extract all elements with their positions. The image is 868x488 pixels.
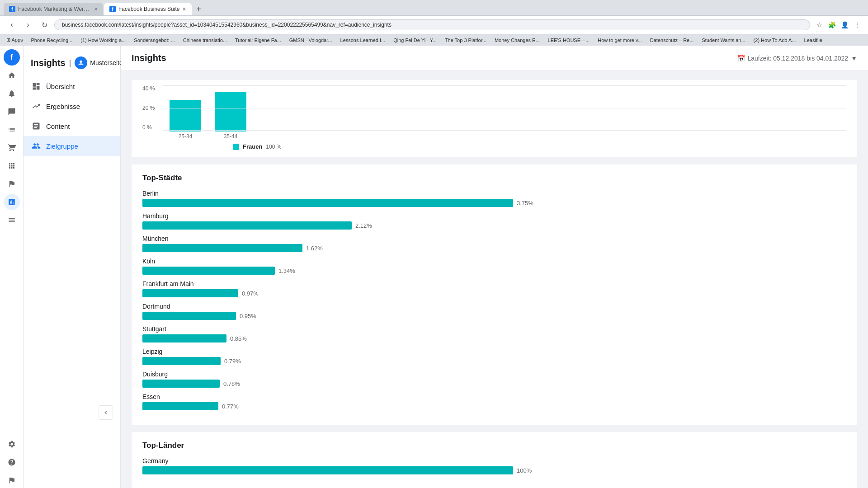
extension-icon[interactable]: 🧩	[826, 19, 837, 30]
tab-close-1[interactable]: ×	[94, 5, 98, 13]
bookmark-8[interactable]: Qing Fei De Yi - Y...	[391, 37, 439, 44]
city-row: Frankfurt am Main 0.97%	[142, 280, 846, 297]
menu-dots-icon[interactable]: ⋮	[852, 19, 863, 30]
city-name: Hamburg	[142, 212, 846, 220]
bookmark-11[interactable]: LEE'S HOUSE—...	[545, 37, 593, 44]
browser-actions: ☆ 🧩 👤 ⋮	[814, 19, 863, 30]
city-bar	[142, 402, 218, 410]
city-name: Duisburg	[142, 371, 846, 378]
sidebar-divider: |	[69, 58, 71, 68]
tab-title-1: Facebook Marketing & Werbe...	[18, 6, 91, 12]
city-row: Dortmund 0.95%	[142, 303, 846, 320]
city-bar	[142, 357, 221, 365]
analytics-icon[interactable]	[4, 194, 20, 210]
country-percent: 100%	[517, 467, 532, 474]
grid-icon[interactable]	[4, 158, 20, 174]
url-input[interactable]: business.facebook.com/latest/insights/pe…	[54, 19, 810, 30]
city-row: Stuttgart 0.85%	[142, 325, 846, 343]
tab-close-2[interactable]: ×	[182, 5, 186, 13]
help-icon[interactable]	[4, 454, 20, 470]
bookmark-6[interactable]: GMSN - Vologda:...	[287, 37, 335, 44]
top-cities-title: Top-Städte	[142, 174, 846, 183]
bookmark-9[interactable]: The Top 3 Platfor...	[442, 37, 489, 44]
ergebnisse-icon	[31, 101, 42, 112]
collapse-sidebar-button[interactable]	[99, 405, 113, 420]
report-icon[interactable]	[4, 472, 20, 488]
date-range-arrow-icon: ▼	[851, 55, 857, 62]
calendar-icon: 📅	[737, 55, 745, 62]
city-name: Dortmund	[142, 303, 846, 310]
new-tab-button[interactable]: +	[193, 3, 205, 15]
refresh-button[interactable]: ↻	[38, 19, 51, 31]
city-percent: 2.12%	[355, 222, 372, 229]
y-label-0: 0 %	[142, 124, 163, 131]
city-percent: 1.62%	[306, 245, 323, 252]
city-row: Berlin 3.75%	[142, 190, 846, 207]
city-bar	[142, 289, 238, 297]
content-label: Content	[46, 122, 70, 130]
icon-sidebar-top: f	[4, 49, 20, 228]
tab-2[interactable]: f Facebook Business Suite ×	[104, 3, 192, 15]
notification-icon[interactable]	[4, 85, 20, 102]
city-bar	[142, 221, 352, 230]
back-button[interactable]: ‹	[5, 19, 18, 31]
bookmark-5[interactable]: Tutorial: Eigene Fa...	[232, 37, 284, 44]
zielgruppe-label: Zielgruppe	[46, 142, 78, 150]
address-bar: ‹ › ↻ business.facebook.com/latest/insig…	[0, 15, 868, 34]
date-range-selector[interactable]: 📅 Laufzeit: 05.12.2018 bis 04.01.2022 ▼	[737, 55, 858, 62]
sidebar-item-ergebnisse[interactable]: Ergebnisse	[24, 96, 120, 116]
ubersicht-icon	[31, 81, 42, 92]
flag-icon[interactable]	[4, 176, 20, 192]
bookmark-15[interactable]: (2) How To Add A...	[751, 37, 799, 44]
content-area: Insights 📅 Laufzeit: 05.12.2018 bis 04.0…	[121, 46, 868, 488]
city-row: Essen 0.77%	[142, 393, 846, 410]
city-name: Essen	[142, 393, 846, 400]
list-icon[interactable]	[4, 122, 20, 138]
tab-1[interactable]: f Facebook Marketing & Werbe... ×	[4, 3, 103, 15]
city-row: Leipzig 0.79%	[142, 348, 846, 365]
city-row: München 1.62%	[142, 235, 846, 252]
top-cities-section: Top-Städte Berlin 3.75% Hamburg 2.12% Mü…	[132, 164, 857, 425]
menu-icon[interactable]	[4, 212, 20, 228]
bookmarks-bar: ⊞ Apps Phone Recycling... (1) How Workin…	[0, 34, 868, 46]
city-percent: 0.85%	[230, 335, 247, 342]
sidebar-item-content[interactable]: Content	[24, 116, 120, 136]
bookmark-14[interactable]: Student Wants an...	[699, 37, 748, 44]
city-bar	[142, 267, 275, 275]
settings-icon[interactable]	[4, 436, 20, 452]
bookmark-4[interactable]: Chinese translatio...	[180, 37, 230, 44]
y-label-20: 20 %	[142, 105, 163, 111]
profile-icon[interactable]: 👤	[839, 19, 850, 30]
content-body: 40 % 20 % 0 % 25-34	[121, 71, 868, 488]
date-range-text: Laufzeit: 05.12.2018 bis 04.01.2022	[748, 55, 849, 62]
bookmark-star-icon[interactable]: ☆	[814, 19, 825, 30]
countries-list: Germany 100%	[142, 457, 846, 474]
bookmark-12[interactable]: How to get more v...	[595, 37, 645, 44]
shop-icon[interactable]	[4, 140, 20, 156]
city-bar-container: 1.62%	[142, 244, 846, 252]
tab-favicon-2: f	[109, 6, 116, 12]
sidebar-item-ubersicht[interactable]: Übersicht	[24, 76, 120, 96]
city-bar-container: 1.34%	[142, 267, 846, 275]
bookmark-7[interactable]: Lessons Learned f...	[338, 37, 388, 44]
svg-point-0	[80, 61, 82, 63]
age-chart-section: 40 % 20 % 0 % 25-34	[132, 80, 857, 157]
city-row: Duisburg 0.78%	[142, 371, 846, 388]
bookmark-10[interactable]: Money Changes E...	[492, 37, 542, 44]
home-icon[interactable]	[4, 67, 20, 84]
city-percent: 0.95%	[240, 313, 256, 319]
bookmark-3[interactable]: Sonderangebot: ...	[131, 37, 178, 44]
country-row: Germany 100%	[142, 457, 846, 474]
bookmark-2[interactable]: (1) How Working a...	[78, 37, 128, 44]
city-percent: 0.97%	[242, 290, 259, 297]
city-row: Köln 1.34%	[142, 258, 846, 275]
bookmark-1[interactable]: Phone Recycling...	[28, 37, 75, 44]
bookmark-apps[interactable]: ⊞ Apps	[4, 36, 26, 44]
bookmark-13[interactable]: Datenschutz – Re...	[647, 37, 697, 44]
messages-icon[interactable]	[4, 103, 20, 120]
legend-color-frauen	[233, 144, 239, 150]
forward-button[interactable]: ›	[22, 19, 34, 31]
city-percent: 0.77%	[222, 403, 239, 410]
sidebar-item-zielgruppe[interactable]: Zielgruppe	[24, 136, 120, 156]
bookmark-16[interactable]: Leasifile	[802, 37, 825, 44]
